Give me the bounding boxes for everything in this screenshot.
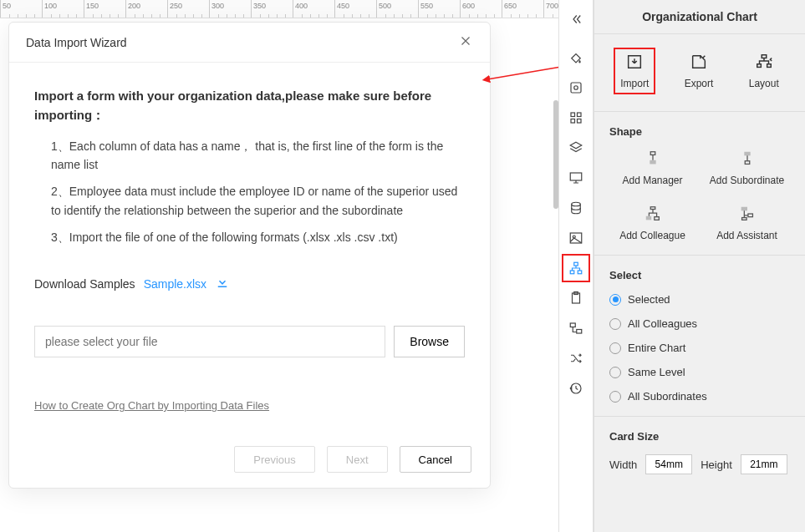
shape-heading: Shape: [609, 125, 790, 138]
panel-title: Organizational Chart: [594, 0, 805, 34]
shape-label: Add Colleague: [619, 230, 685, 241]
close-icon[interactable]: [458, 33, 473, 51]
image-icon[interactable]: [562, 224, 590, 252]
svg-rect-30: [747, 214, 752, 217]
modal-title: Data Import Wizard: [26, 36, 127, 49]
history-icon[interactable]: [562, 374, 590, 403]
database-icon[interactable]: [562, 194, 590, 222]
select-heading: Select: [609, 269, 790, 281]
rule-item: 1、Each column of data has a name， that i…: [51, 137, 465, 175]
select-option-label: Entire Chart: [628, 342, 685, 354]
rule-item: 2、Employee data must include the employe…: [51, 182, 465, 220]
height-label: Height: [701, 459, 732, 471]
add-colleague-button[interactable]: Add Colleague: [609, 205, 695, 241]
svg-rect-19: [762, 55, 767, 58]
select-option[interactable]: Same Level: [609, 366, 790, 378]
svg-rect-22: [650, 152, 655, 155]
radio-icon: [609, 294, 621, 306]
sample-link[interactable]: Sample.xlsx: [144, 277, 206, 291]
org-chart-icon[interactable]: [562, 254, 590, 282]
rules-list: 1、Each column of data has a name， that i…: [34, 137, 465, 247]
svg-rect-29: [741, 207, 746, 211]
svg-rect-5: [571, 119, 575, 124]
import-label: Import: [620, 78, 649, 89]
shape-label: Add Assistant: [716, 230, 777, 241]
svg-rect-23: [650, 160, 655, 165]
svg-point-2: [574, 86, 578, 90]
scrollbar-thumb[interactable]: [553, 100, 558, 209]
collapse-icon[interactable]: [562, 5, 590, 33]
import-button[interactable]: Import: [614, 48, 655, 94]
radio-icon: [609, 342, 621, 354]
card-size-heading: Card Size: [609, 430, 790, 443]
intro-text: Import a form with your organization dat…: [34, 86, 465, 125]
shape-label: Add Manager: [622, 175, 682, 186]
download-icon[interactable]: [215, 275, 230, 292]
select-option[interactable]: Selected: [609, 293, 790, 306]
radio-icon: [609, 391, 621, 403]
svg-rect-31: [741, 218, 746, 220]
browse-button[interactable]: Browse: [394, 326, 465, 357]
svg-rect-24: [744, 152, 750, 156]
arrange-icon[interactable]: [562, 314, 590, 342]
previous-button: Previous: [234, 446, 315, 473]
svg-point-8: [572, 202, 581, 206]
shape-grid: Add Manager Add Subordinate Add Colleagu…: [609, 149, 790, 241]
svg-rect-17: [577, 330, 582, 334]
fill-icon[interactable]: [562, 43, 590, 72]
select-option-label: Selected: [628, 293, 670, 306]
select-option[interactable]: Entire Chart: [609, 342, 790, 354]
radio-icon: [609, 318, 621, 330]
select-options: SelectedAll ColleaguesEntire ChartSame L…: [609, 293, 790, 403]
svg-rect-13: [578, 271, 582, 274]
select-option-label: All Colleagues: [628, 317, 697, 330]
shape-label: Add Subordinate: [710, 175, 784, 186]
svg-rect-27: [645, 216, 650, 220]
shuffle-icon[interactable]: [562, 344, 590, 372]
radio-icon: [609, 367, 621, 378]
layers-icon[interactable]: [562, 134, 590, 162]
svg-rect-6: [578, 119, 582, 124]
add-subordinate-button[interactable]: Add Subordinate: [704, 149, 790, 186]
width-label: Width: [609, 459, 637, 471]
svg-rect-25: [745, 161, 750, 165]
select-option-label: All Subordinates: [628, 390, 707, 403]
right-panel: Organizational Chart Import Export Layou…: [594, 0, 805, 532]
import-wizard-modal: Data Import Wizard Import a form with yo…: [8, 22, 491, 489]
svg-rect-20: [757, 64, 762, 68]
height-input[interactable]: [741, 454, 787, 474]
svg-rect-12: [570, 271, 574, 274]
svg-rect-21: [767, 64, 771, 68]
clipboard-icon[interactable]: [562, 284, 590, 312]
select-option[interactable]: All Subordinates: [609, 390, 790, 403]
rule-item: 3、Import the file of one of the followin…: [51, 228, 465, 246]
svg-rect-1: [571, 83, 581, 93]
svg-rect-28: [654, 217, 659, 220]
howto-link[interactable]: How to Create Org Chart by Importing Dat…: [34, 399, 465, 412]
file-path-input[interactable]: [34, 326, 385, 357]
svg-rect-26: [650, 207, 655, 210]
svg-rect-3: [571, 113, 575, 117]
svg-rect-16: [570, 323, 575, 327]
grid-icon[interactable]: [562, 104, 590, 132]
ruler-horizontal: 5010015020025030035040045050055060065070…: [0, 0, 558, 18]
select-option[interactable]: All Colleagues: [609, 317, 790, 330]
next-button: Next: [327, 446, 388, 473]
settings-icon[interactable]: [562, 73, 590, 102]
layout-button[interactable]: Layout: [742, 48, 786, 94]
cancel-button[interactable]: Cancel: [400, 446, 471, 473]
export-label: Export: [685, 78, 714, 89]
presentation-icon[interactable]: [562, 164, 590, 192]
layout-label: Layout: [749, 78, 779, 89]
export-button[interactable]: Export: [678, 48, 721, 94]
width-input[interactable]: [645, 454, 692, 474]
svg-rect-11: [574, 262, 578, 266]
select-option-label: Same Level: [628, 366, 685, 378]
download-label: Download Samples: [34, 277, 135, 291]
svg-rect-4: [578, 113, 582, 117]
tool-strip: [558, 0, 594, 532]
add-assistant-button[interactable]: Add Assistant: [704, 205, 790, 241]
add-manager-button[interactable]: Add Manager: [609, 149, 695, 186]
svg-rect-7: [570, 173, 582, 180]
